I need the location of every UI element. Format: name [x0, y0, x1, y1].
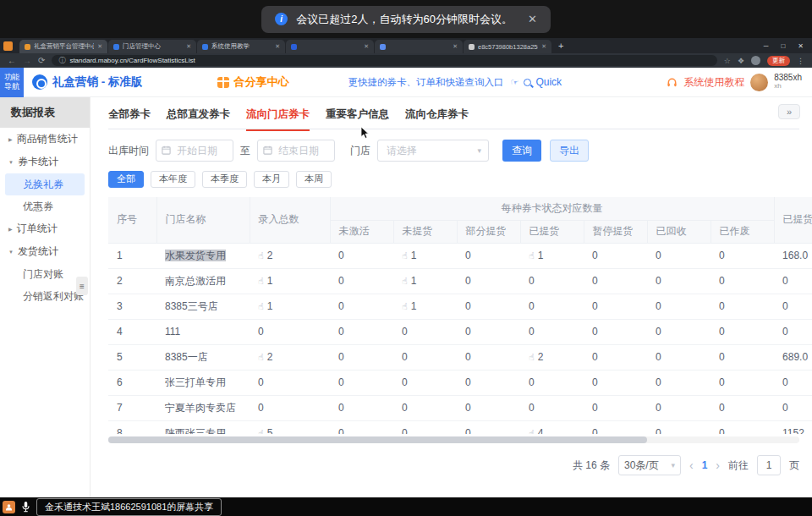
search-icon[interactable]	[524, 79, 531, 86]
end-date-input[interactable]	[257, 140, 335, 162]
forward-icon[interactable]: →	[23, 57, 31, 65]
user-avatar[interactable]	[750, 74, 768, 91]
cell-count[interactable]: ☝1	[250, 268, 330, 294]
scrollbar-thumb[interactable]	[108, 436, 647, 443]
goto-page-input[interactable]	[757, 455, 781, 475]
sidebar-collapse-handle[interactable]: ≡	[76, 277, 88, 295]
app-body: 数据报表 ▶商品销售统计▼券卡统计兑换礼券优惠券▶订单统计▼发货统计门店对账分销…	[0, 97, 812, 497]
sidebar-group-label: 发货统计	[18, 244, 58, 259]
browser-tab[interactable]: 门店管理中心✕	[108, 40, 196, 53]
sidebar-group-item[interactable]: ▶订单统计	[0, 217, 90, 240]
screen-share-bar: 金禾通技术王斌18662591081的屏幕共享	[0, 497, 812, 516]
browser-tab[interactable]: e8c573980b1328a258fd2e6f✕	[464, 40, 551, 53]
store-name-text: 南京总激活用	[165, 275, 226, 287]
browser-url-bar: ← → ⟳ ⓘ standard.maboy.cn/CardFlowStatis…	[0, 53, 812, 68]
cell-count: 0	[710, 243, 774, 268]
quick-range-bar: 全部本年度本季度本月本周	[108, 170, 812, 187]
horizontal-scrollbar[interactable]	[108, 436, 799, 443]
share-center-link[interactable]: 合分享中心	[234, 74, 289, 90]
page-size-select[interactable]: 30条/页 ▾	[618, 455, 681, 475]
cell-count: 0	[330, 243, 393, 268]
browser-tab[interactable]: 系统使用教学✕	[197, 40, 285, 53]
cell-count[interactable]: ☝1	[393, 243, 457, 268]
cell-count: 0	[457, 370, 520, 395]
function-nav-button[interactable]: 功能 导航	[0, 68, 24, 97]
table-row[interactable]: 8陕西张三专用☝5000☝40001152	[108, 420, 812, 434]
quick-range-button[interactable]: 全部	[108, 171, 144, 188]
start-date-input[interactable]	[156, 140, 233, 162]
tab-item[interactable]: 全部券卡	[108, 107, 151, 129]
browser-update-button[interactable]: 更新	[767, 56, 790, 66]
export-button[interactable]: 导出	[550, 140, 589, 162]
page-number[interactable]: 1	[702, 459, 708, 471]
cell-count[interactable]: ☝1	[520, 243, 584, 268]
tab-close-icon[interactable]: ✕	[97, 43, 102, 50]
close-window-button[interactable]: ✕	[798, 42, 804, 50]
store-name-text: 8385一店	[165, 351, 208, 363]
cell-count[interactable]: ☝2	[250, 243, 330, 268]
tab-close-icon[interactable]: ✕	[453, 43, 458, 50]
browser-tab[interactable]: ✕	[286, 40, 374, 53]
cell-count[interactable]: ☝2	[520, 344, 584, 370]
sidebar-item[interactable]: 兑换礼券	[5, 173, 85, 195]
new-tab-button[interactable]: +	[558, 41, 563, 51]
store-name-text: 111	[165, 326, 180, 338]
browser-menu-icon[interactable]: ⋮	[797, 57, 804, 65]
browser-profile-avatar[interactable]	[751, 56, 760, 65]
next-page-icon[interactable]: ›	[716, 458, 720, 472]
table-row[interactable]: 58385一店☝2000☝2000689.0	[108, 344, 812, 370]
table-row[interactable]: 2南京总激活用☝10☝1000000	[108, 268, 812, 294]
close-icon[interactable]: ✕	[528, 13, 537, 25]
maximize-button[interactable]: □	[781, 42, 785, 50]
tab-item[interactable]: 流向门店券卡	[246, 107, 310, 131]
extensions-icon[interactable]: ❖	[738, 57, 744, 65]
store-select[interactable]: 请选择 ▾	[377, 140, 489, 162]
minimize-button[interactable]: ─	[764, 42, 769, 50]
sidebar-group-item[interactable]: ▶商品销售统计	[0, 128, 90, 151]
table-row[interactable]: 38385三号店☝10☝1000000	[108, 294, 812, 319]
quick-range-button[interactable]: 本季度	[202, 171, 247, 188]
cell-count[interactable]: ☝1	[393, 294, 457, 319]
cell-count[interactable]: ☝4	[520, 420, 584, 434]
sidebar-group-item[interactable]: ▼发货统计	[0, 240, 90, 263]
table-row[interactable]: 4111000000000	[108, 319, 812, 344]
quick-range-button[interactable]: 本月	[254, 171, 289, 188]
cell-count: 0	[520, 370, 584, 395]
tab-item[interactable]: 重要客户信息	[326, 107, 389, 129]
tab-close-icon[interactable]: ✕	[541, 43, 546, 50]
tutorial-link[interactable]: 系统使用教程	[683, 75, 744, 90]
sidebar-group-item[interactable]: ▼券卡统计	[0, 151, 90, 173]
back-icon[interactable]: ←	[8, 57, 16, 65]
microphone-icon[interactable]	[21, 501, 30, 513]
sidebar-group-label: 商品销售统计	[17, 132, 78, 146]
reload-icon[interactable]: ⟳	[38, 57, 45, 65]
browser-tab[interactable]: ✕	[375, 40, 463, 53]
cell-count: 0	[584, 420, 647, 434]
site-info-icon[interactable]: ⓘ	[58, 56, 65, 65]
tab-item[interactable]: 流向仓库券卡	[405, 107, 469, 129]
address-bar[interactable]: ⓘ standard.maboy.cn/CardFlowStatisticsLi…	[52, 55, 716, 66]
cell-count[interactable]: ☝1	[250, 294, 330, 319]
expand-panel-button[interactable]: »	[778, 104, 800, 119]
tab-item[interactable]: 总部直发券卡	[167, 107, 230, 129]
quick-search-link[interactable]: Quick	[535, 76, 562, 88]
table-row[interactable]: 7宁夏羊肉专卖店000000000	[108, 395, 812, 420]
table-row[interactable]: 6张三打单专用000000000	[108, 370, 812, 395]
tab-close-icon[interactable]: ✕	[275, 43, 280, 50]
search-button[interactable]: 查询	[502, 140, 541, 162]
browser-tab[interactable]: 礼盒营销平台管理中心✕	[19, 40, 107, 53]
quick-range-button[interactable]: 本年度	[151, 171, 195, 188]
prev-page-icon[interactable]: ‹	[689, 458, 694, 472]
cell-count: 0	[710, 319, 774, 344]
table-row[interactable]: 1水果发货专用☝20☝10☝1000168.0	[108, 243, 812, 268]
bookmark-star-icon[interactable]: ☆	[724, 57, 731, 65]
cell-count[interactable]: ☝5	[250, 420, 330, 434]
sidebar-item[interactable]: 优惠券	[0, 195, 90, 217]
quick-range-button[interactable]: 本周	[296, 171, 332, 188]
cell-count[interactable]: ☝1	[393, 268, 457, 294]
cell-index: 4	[108, 319, 156, 344]
cell-count[interactable]: ☝2	[250, 344, 330, 370]
tab-close-icon[interactable]: ✕	[364, 43, 369, 50]
tab-close-icon[interactable]: ✕	[186, 43, 191, 50]
cell-store-name: 8385三号店	[156, 294, 250, 319]
